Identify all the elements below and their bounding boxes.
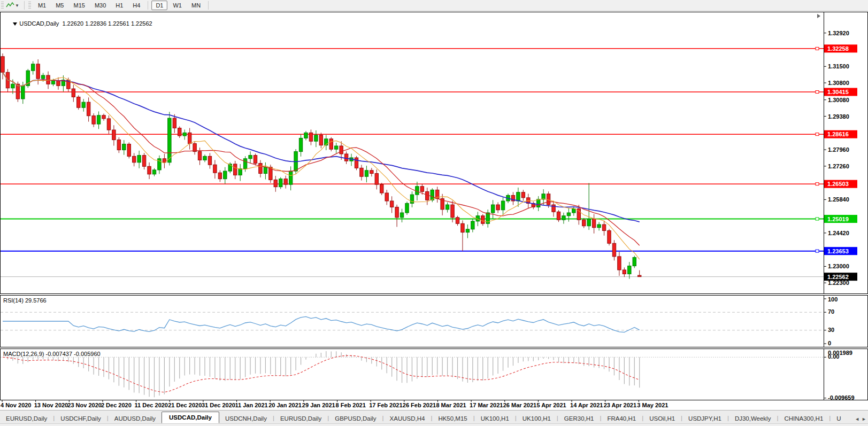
svg-text:1.22562: 1.22562 — [827, 274, 849, 280]
rsi-label: RSI(14) 29.5766 — [3, 297, 47, 304]
chart-tab-usdcad-daily[interactable]: USDCAD,Daily — [162, 412, 219, 423]
macd-label: MACD(12,26,9) -0.007437 -0.005960 — [3, 351, 101, 357]
svg-text:1.32258: 1.32258 — [827, 45, 849, 52]
svg-text:17 Mar 2021: 17 Mar 2021 — [470, 402, 503, 408]
chart-tab-gbpusd-daily[interactable]: GBPUSD,Daily — [329, 413, 382, 423]
svg-text:0: 0 — [828, 340, 831, 346]
svg-text:14 Apr 2021: 14 Apr 2021 — [570, 402, 603, 408]
timeframe-button-mn[interactable]: MN — [187, 1, 205, 10]
chart-tab-eurusd-daily[interactable]: EURUSD,Daily — [274, 413, 327, 423]
svg-text:1.32920: 1.32920 — [828, 30, 849, 36]
price-chart-panel: 1.329201.315001.308001.300801.293801.279… — [0, 12, 868, 294]
rsi-plot[interactable] — [1, 296, 824, 347]
svg-text:29 Jan 2021: 29 Jan 2021 — [302, 402, 335, 408]
svg-text:1.23000: 1.23000 — [828, 263, 849, 269]
svg-text:1.29380: 1.29380 — [828, 113, 849, 120]
chart-ohlc-values: 1.22620 1.22836 1.22561 1.22562 — [62, 20, 152, 27]
svg-text:-0.009659: -0.009659 — [828, 394, 855, 400]
svg-text:1.25019: 1.25019 — [827, 216, 849, 222]
svg-text:1.31500: 1.31500 — [828, 63, 849, 69]
timeframe-toolbar: ▼ M1M5M15M30H1H4D1W1MN — [0, 0, 868, 11]
indicator-icon[interactable] — [6, 2, 14, 9]
candlestick-plot[interactable] — [1, 12, 824, 293]
svg-text:21 Dec 2020: 21 Dec 2020 — [168, 402, 202, 408]
svg-text:17 Feb 2021: 17 Feb 2021 — [369, 402, 402, 408]
svg-text:26 Mar 2021: 26 Mar 2021 — [503, 402, 536, 408]
toolbar-separator — [148, 1, 148, 10]
svg-text:5 Apr 2021: 5 Apr 2021 — [536, 402, 566, 408]
timeframe-button-h1[interactable]: H1 — [111, 1, 127, 10]
chart-tab-eurusd-daily[interactable]: EURUSD,Daily — [0, 413, 53, 423]
svg-text:23 Nov 2020: 23 Nov 2020 — [67, 402, 102, 408]
svg-text:23 Apr 2021: 23 Apr 2021 — [604, 402, 636, 408]
svg-text:1.26503: 1.26503 — [827, 181, 849, 187]
chart-tab-xauusd-h4[interactable]: XAUUSD,H4 — [384, 413, 431, 423]
rsi-axis[interactable]: 10070300 — [824, 296, 867, 347]
chart-tab-china300-h1[interactable]: CHINA300,H1 — [778, 413, 829, 423]
svg-text:2 Dec 2020: 2 Dec 2020 — [101, 402, 132, 408]
chart-tab-audusd-daily[interactable]: AUDUSD,Daily — [109, 413, 162, 423]
macd-axis[interactable]: 0.0019890.00-0.009659 — [824, 349, 867, 400]
svg-text:1.30415: 1.30415 — [827, 89, 849, 95]
svg-text:1.27260: 1.27260 — [828, 163, 849, 169]
svg-text:1.30800: 1.30800 — [828, 80, 849, 86]
chart-title: USDCAD,Daily 1.22620 1.22836 1.22561 1.2… — [3, 14, 152, 33]
svg-text:11 Jan 2021: 11 Jan 2021 — [235, 402, 268, 408]
timeframe-button-m30[interactable]: M30 — [90, 1, 110, 10]
rsi-panel: 10070300 RSI(14) 29.5766 — [0, 295, 868, 347]
chart-tab-u[interactable]: U — [831, 413, 847, 423]
timeframe-button-m1[interactable]: M1 — [34, 1, 50, 10]
svg-text:1.24420: 1.24420 — [828, 230, 849, 236]
toolbar-separator — [208, 1, 209, 10]
chart-tab-fra40-h1[interactable]: FRA40,H1 — [601, 413, 642, 423]
svg-text:1.25840: 1.25840 — [828, 196, 849, 203]
svg-text:26 Feb 2021: 26 Feb 2021 — [403, 402, 436, 408]
chart-tab-usdjpy-h1[interactable]: USDJPY,H1 — [682, 413, 727, 423]
mt4-window: ▼ M1M5M15M30H1H4D1W1MN 1.329201.315001.3… — [0, 0, 868, 426]
chart-symbol-label: USDCAD,Daily — [19, 20, 59, 27]
timeframe-button-h4[interactable]: H4 — [128, 1, 144, 10]
scroll-to-end-icon[interactable] — [817, 14, 820, 18]
svg-text:1.30080: 1.30080 — [828, 97, 849, 103]
timeframe-button-w1[interactable]: W1 — [168, 1, 186, 10]
collapse-triangle-icon[interactable] — [13, 22, 17, 26]
timeframe-button-m15[interactable]: M15 — [69, 1, 89, 10]
tab-scroll-left-icon[interactable]: ◄ — [855, 416, 859, 422]
chart-tab-usdchf-daily[interactable]: USDCHF,Daily — [55, 413, 106, 423]
svg-text:8 Mar 2021: 8 Mar 2021 — [436, 402, 466, 408]
chart-tab-hk50-m15[interactable]: HK50,M15 — [432, 413, 473, 423]
svg-text:8 Feb 2021: 8 Feb 2021 — [336, 402, 366, 408]
chart-tab-usdcnh-daily[interactable]: USDCNH,Daily — [219, 413, 273, 423]
tab-scroll-right-icon[interactable]: ► — [862, 416, 866, 422]
timeframe-button-m5[interactable]: M5 — [51, 1, 68, 10]
svg-text:11 Dec 2020: 11 Dec 2020 — [135, 402, 168, 408]
chart-tab-dj30-weekly[interactable]: DJ30,Weekly — [729, 413, 777, 423]
svg-text:1.23653: 1.23653 — [827, 248, 849, 254]
macd-panel: 0.0019890.00-0.009659 MACD(12,26,9) -0.0… — [0, 348, 868, 400]
svg-text:13 Nov 2020: 13 Nov 2020 — [34, 402, 68, 408]
price-axis[interactable]: 1.329201.315001.308001.300801.293801.279… — [824, 12, 867, 293]
macd-plot[interactable] — [1, 349, 824, 400]
svg-text:4 Nov 2020: 4 Nov 2020 — [1, 402, 31, 408]
toolbar-grip[interactable] — [1, 2, 4, 9]
svg-text:31 Dec 2020: 31 Dec 2020 — [202, 402, 235, 408]
chart-tab-uk100-h1[interactable]: UK100,H1 — [517, 413, 557, 423]
svg-text:1.28616: 1.28616 — [827, 131, 849, 137]
svg-text:0.00: 0.00 — [828, 353, 839, 360]
svg-text:1.27960: 1.27960 — [828, 146, 849, 153]
chart-tab-usoil-h1[interactable]: USOil,H1 — [643, 413, 681, 423]
dropdown-caret-icon[interactable]: ▼ — [15, 3, 19, 8]
timeframe-button-d1[interactable]: D1 — [151, 1, 167, 10]
bottom-strip — [0, 423, 868, 426]
svg-text:30: 30 — [828, 327, 834, 333]
date-axis[interactable]: 4 Nov 202013 Nov 202023 Nov 20202 Dec 20… — [0, 400, 868, 410]
chart-tab-bar: EURUSD,Daily|USDCHF,Daily|AUDUSD,DailyUS… — [0, 410, 868, 423]
svg-text:70: 70 — [828, 308, 834, 315]
chart-tab-ger30-h1[interactable]: GER30,H1 — [558, 413, 600, 423]
chart-tab-uk100-h1[interactable]: UK100,H1 — [475, 413, 515, 423]
svg-text:100: 100 — [828, 296, 838, 303]
toolbar-grip-2[interactable] — [28, 2, 31, 9]
svg-text:3 May 2021: 3 May 2021 — [637, 402, 668, 408]
toolbar-separator — [24, 1, 25, 10]
svg-text:20 Jan 2021: 20 Jan 2021 — [268, 402, 302, 408]
